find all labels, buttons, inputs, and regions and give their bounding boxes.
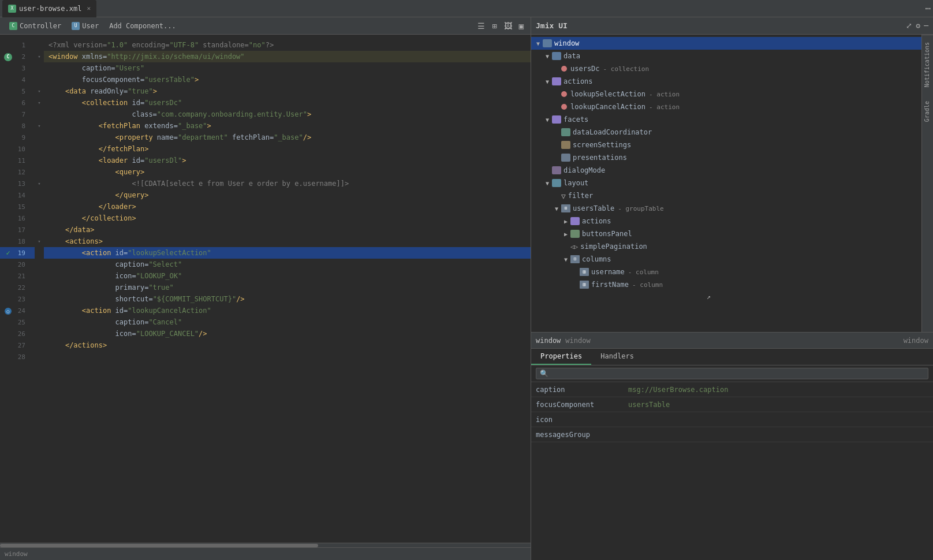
window-icon bbox=[543, 39, 552, 47]
tree-item-screensettings[interactable]: screenSettings bbox=[531, 139, 921, 151]
arrow-bp: ▶ bbox=[561, 231, 570, 237]
more-options-icon[interactable]: ⋯ bbox=[925, 3, 931, 14]
list-view-icon[interactable]: ☰ bbox=[475, 20, 487, 32]
notifications-vtab[interactable]: Notifications bbox=[922, 35, 933, 94]
code-line-28 bbox=[44, 351, 531, 363]
tree-item-layout[interactable]: ▼ layout bbox=[531, 177, 921, 189]
tree-label-ut: usersTable bbox=[573, 204, 614, 212]
tree-item-simplepagination[interactable]: ◁▷ simplePagination bbox=[531, 240, 921, 253]
columns-icon: ⊟ bbox=[570, 255, 580, 263]
tree-sub-username-col: - column bbox=[628, 268, 659, 276]
code-line-22: primary="true" bbox=[44, 282, 531, 293]
code-line-5: <data readOnly="true"> bbox=[44, 85, 531, 97]
tree-item-filter[interactable]: ▽ filter bbox=[531, 189, 921, 202]
code-editor[interactable]: 1 C 2 3 4 5 6 7 8 9 10 11 bbox=[0, 35, 531, 543]
tree-label-usersdc: usersDc bbox=[570, 65, 600, 73]
tree-label-bp: buttonsPanel bbox=[582, 230, 632, 238]
tree-sub-firstname-col: - column bbox=[632, 281, 663, 289]
tree-item-lookupselectaction[interactable]: lookupSelectAction - action bbox=[531, 88, 921, 100]
jmix-panel: Jmix UI ⤢ ⚙ ─ ▼ window bbox=[531, 17, 933, 560]
tree-item-facets[interactable]: ▼ facets bbox=[531, 113, 921, 126]
tree-item-window[interactable]: ▼ window bbox=[531, 37, 921, 50]
jmix-title: Jmix UI bbox=[536, 21, 568, 30]
file-tab-label: user-browse.xml bbox=[19, 5, 81, 13]
file-tab[interactable]: X user-browse.xml ✕ bbox=[2, 0, 96, 17]
jmix-header: Jmix UI ⤢ ⚙ ─ bbox=[531, 17, 933, 35]
tree-label-cols: columns bbox=[582, 255, 611, 263]
code-line-1: <?xml version="1.0" encoding="UTF-8" sta… bbox=[44, 39, 531, 51]
code-line-8: <fetchPlan extends="_base"> bbox=[44, 120, 531, 132]
preview-icon[interactable]: ▣ bbox=[517, 20, 526, 32]
toolbar-tab-controller[interactable]: C Controller bbox=[5, 20, 66, 32]
code-line-23: shortcut="${COMMIT_SHORTCUT}"/> bbox=[44, 293, 531, 305]
editor-toolbar: C Controller U User Add Component... ☰ ⊞… bbox=[0, 17, 531, 35]
grid-view-icon[interactable]: ⊞ bbox=[490, 20, 499, 32]
code-line-18: <actions> bbox=[44, 236, 531, 247]
dialog-icon bbox=[552, 166, 561, 174]
fold-12[interactable]: ▾ bbox=[35, 178, 44, 189]
tab-handlers[interactable]: Handlers bbox=[591, 349, 643, 365]
prop-row-caption: caption msg://UserBrowse.caption bbox=[531, 382, 933, 397]
tree-item-lookupcancelaction[interactable]: lookupCancelAction - action bbox=[531, 100, 921, 113]
expand-icon[interactable]: ⤢ bbox=[906, 21, 912, 30]
tree-label-pres: presentations bbox=[573, 154, 627, 162]
fold-8[interactable]: ▾ bbox=[35, 120, 44, 132]
arrow-ut: ▼ bbox=[552, 206, 561, 212]
data-icon bbox=[552, 52, 561, 60]
code-lines[interactable]: <?xml version="1.0" encoding="UTF-8" sta… bbox=[44, 35, 531, 543]
user-icon: U bbox=[72, 22, 80, 30]
tree-item-buttonspanel[interactable]: ▶ buttonsPanel bbox=[531, 227, 921, 240]
tree-item-username-col[interactable]: ▥ username - column bbox=[531, 266, 921, 278]
arrow-data: ▼ bbox=[543, 53, 552, 59]
tree-label-dm: dialogMode bbox=[563, 166, 605, 174]
fold-6[interactable]: ▾ bbox=[35, 97, 44, 109]
tree-item-dialogmode[interactable]: dialogMode bbox=[531, 164, 921, 177]
gutter-circle-icon: ○ bbox=[5, 308, 12, 315]
toolbar-icons-right: ☰ ⊞ 🖼 ▣ bbox=[475, 20, 526, 32]
fold-5[interactable]: ▾ bbox=[35, 85, 44, 97]
code-line-2: <window xmlns="http://jmix.io/schema/ui/… bbox=[44, 51, 531, 62]
tree-and-side: ▼ window ▼ data usersDc bbox=[531, 35, 933, 332]
tree-item-usersdc[interactable]: usersDc - collection bbox=[531, 62, 921, 75]
code-line-19: <action id="lookupSelectAction" bbox=[44, 247, 531, 259]
prop-key-caption: caption bbox=[536, 386, 628, 394]
toolbar-tab-user[interactable]: U User bbox=[67, 20, 103, 32]
tree-item-presentations[interactable]: presentations bbox=[531, 151, 921, 164]
tree-item-userstable[interactable]: ▼ ⊞ usersTable - groupTable bbox=[531, 202, 921, 215]
layout-icon bbox=[552, 179, 561, 187]
settings-icon[interactable]: ⚙ bbox=[916, 21, 920, 30]
tree-item-actions[interactable]: ▼ actions bbox=[531, 75, 921, 88]
cursor-indicator: ↗ bbox=[531, 291, 921, 303]
tree-label-window: window bbox=[554, 39, 579, 47]
prop-val-focuscomponent: usersTable bbox=[628, 401, 928, 409]
tree-item-columns[interactable]: ▼ ⊟ columns bbox=[531, 253, 921, 266]
tab-close-icon[interactable]: ✕ bbox=[87, 5, 91, 12]
tree-sub-ut: - groupTable bbox=[618, 205, 663, 212]
gutter-c-icon: C bbox=[4, 53, 12, 61]
tab-properties[interactable]: Properties bbox=[531, 349, 591, 365]
editor-panel: C Controller U User Add Component... ☰ ⊞… bbox=[0, 17, 531, 560]
tree-item-firstname-col[interactable]: ▥ firstName - column bbox=[531, 278, 921, 291]
app-container: X user-browse.xml ✕ ⋯ C Controller U Use… bbox=[0, 0, 933, 560]
props-header: window window window bbox=[531, 333, 933, 349]
tree-item-actions2[interactable]: ▶ actions bbox=[531, 215, 921, 227]
column-icon-2: ▥ bbox=[580, 281, 589, 289]
tree-item-data[interactable]: ▼ data bbox=[531, 50, 921, 62]
gradle-vtab[interactable]: Gradle bbox=[922, 94, 933, 129]
props-search-input[interactable] bbox=[551, 369, 924, 378]
action-icon-2 bbox=[561, 104, 567, 110]
h-scrollbar[interactable] bbox=[0, 543, 531, 547]
tree-sub-lsa: - action bbox=[649, 91, 680, 98]
prop-row-focuscomponent: focusComponent usersTable bbox=[531, 397, 933, 412]
code-line-21: icon="LOOKUP_OK" bbox=[44, 270, 531, 282]
toolbar-tab-add[interactable]: Add Component... bbox=[105, 20, 181, 32]
tree-sub-lca: - action bbox=[649, 103, 680, 111]
tree-item-dlc[interactable]: dataLoadCoordinator bbox=[531, 126, 921, 139]
prop-key-icon: icon bbox=[536, 416, 628, 424]
fold-19[interactable]: ▾ bbox=[35, 236, 44, 247]
minimize-icon[interactable]: ─ bbox=[924, 21, 928, 30]
prop-key-messagesgroup: messagesGroup bbox=[536, 431, 628, 439]
image-icon[interactable]: 🖼 bbox=[502, 20, 514, 32]
fold-2[interactable]: ▾ bbox=[35, 51, 44, 62]
code-line-13: <![CDATA[select e from User e order by e… bbox=[44, 178, 531, 189]
